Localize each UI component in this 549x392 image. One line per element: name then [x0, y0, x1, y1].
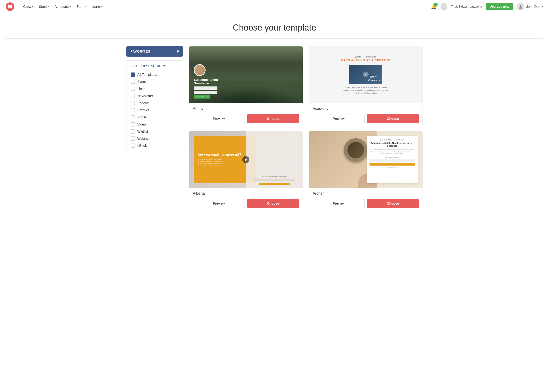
filter-event[interactable]: Event — [131, 78, 179, 85]
template-card-archer: FEED ME, LOVELY Subscribe to Get the New… — [309, 131, 423, 210]
archer-info: Archer Preview Choose — [309, 188, 423, 210]
archer-choose-button[interactable]: Choose — [367, 199, 419, 208]
nav-item-earn[interactable]: Earn ▾ — [74, 3, 88, 10]
template-card-abbey: Subscribe to ourNewsletter GET THE APP A… — [189, 46, 303, 125]
filter-product[interactable]: Product — [131, 107, 179, 114]
abbey-submit-btn: GET THE APP — [194, 95, 210, 98]
user-menu[interactable]: John Des ▾ — [517, 3, 543, 10]
learn-chevron-icon: ▾ — [101, 5, 102, 8]
academy-name: Academy — [313, 107, 419, 111]
nav-item-grow[interactable]: Grow ▾ — [21, 3, 35, 10]
template-grid: Subscribe to ourNewsletter GET THE APP A… — [189, 46, 423, 210]
alberta-sub: You're in the right place. I share behin… — [198, 158, 224, 167]
abbey-info: Abbey Preview Choose — [189, 103, 303, 125]
svg-point-1 — [520, 5, 521, 7]
nav-item-send[interactable]: Send ▾ — [36, 3, 51, 10]
send-chevron-icon: ▾ — [48, 5, 49, 8]
academy-description: Craft + Commerce is the premiere event f… — [342, 86, 389, 94]
filter-podcast[interactable]: Podcast — [131, 99, 179, 107]
alberta-preview: ▶ Are you ready for more art? You're in … — [189, 131, 303, 188]
navbar-right: 🔔 1 Trial: 3 days remaining Upgrade now … — [431, 3, 543, 10]
filter-ebook[interactable]: eBook — [131, 142, 179, 149]
abbey-preview: Subscribe to ourNewsletter GET THE APP — [189, 46, 303, 103]
alberta-form-btn — [259, 183, 290, 185]
filter-section: FILTER BY CATEGORY ✓ All Templates Event… — [126, 60, 183, 153]
checkbox-profile[interactable] — [131, 115, 135, 119]
page-header: Choose your template — [0, 13, 549, 38]
abbey-content-overlay: Subscribe to ourNewsletter GET THE APP — [194, 64, 298, 98]
filter-title: FILTER BY CATEGORY — [131, 64, 179, 68]
automate-chevron-icon: ▾ — [70, 5, 71, 8]
template-card-alberta: ▶ Are you ready for more art? You're in … — [189, 131, 303, 210]
abbey-choose-button[interactable]: Choose — [247, 114, 299, 123]
filter-label-video: Video — [137, 122, 146, 126]
filter-profile[interactable]: Profile — [131, 114, 179, 121]
filter-waitlist[interactable]: Waitlist — [131, 128, 179, 135]
alberta-headline: Are you ready for more art? — [198, 152, 241, 157]
filter-webinar[interactable]: Webinar — [131, 135, 179, 142]
archer-preview-button[interactable]: Preview — [313, 199, 365, 208]
filter-newsletter[interactable]: Newsletter — [131, 92, 179, 99]
filter-label-links: Links — [137, 87, 145, 91]
filter-all-templates[interactable]: ✓ All Templates — [131, 71, 179, 78]
abbey-avatar — [194, 64, 206, 76]
abbey-name: Abbey — [193, 107, 299, 111]
filter-label-all: All Templates — [137, 73, 157, 77]
notification-badge: 1 — [434, 3, 438, 7]
checkbox-all-templates[interactable]: ✓ — [131, 72, 135, 77]
page-title: Choose your template — [0, 23, 549, 33]
academy-info: Academy Preview Choose — [309, 103, 423, 125]
alberta-actions: Preview Choose — [193, 199, 299, 208]
abbey-preview-button[interactable]: Preview — [193, 114, 245, 123]
nav-item-automate[interactable]: Automate ▾ — [52, 3, 73, 10]
archer-desc: This year's cookbook features recipes fr… — [369, 149, 415, 155]
user-name: John Des — [526, 5, 540, 8]
nav-links: Grow ▾ Send ▾ Automate ▾ Earn ▾ Learn ▾ — [21, 3, 424, 10]
grow-chevron-icon: ▾ — [32, 5, 33, 8]
archer-brand: FEED ME, LOVELY — [380, 139, 404, 141]
user-chevron-icon: ▾ — [542, 5, 543, 8]
upgrade-button[interactable]: Upgrade now — [486, 3, 513, 10]
academy-preview-button[interactable]: Preview — [313, 114, 365, 123]
academy-actions: Preview Choose — [313, 114, 419, 123]
filter-label-event: Event — [137, 80, 146, 84]
academy-choose-button[interactable]: Choose — [367, 114, 419, 123]
favorites-box[interactable]: FAVORITES 0 — [126, 46, 183, 57]
archer-name: Archer — [313, 191, 419, 196]
checkbox-webinar[interactable] — [131, 136, 135, 141]
checkbox-podcast[interactable] — [131, 101, 135, 105]
alberta-name: Alberta — [193, 191, 299, 196]
notification-bell[interactable]: 🔔 1 — [431, 4, 437, 9]
archer-preview: FEED ME, LOVELY Subscribe to Get the New… — [309, 131, 423, 188]
checkbox-waitlist[interactable] — [131, 129, 135, 133]
filter-links[interactable]: Links — [131, 85, 179, 92]
checkbox-links[interactable] — [131, 87, 135, 91]
archer-actions: Preview Choose — [313, 199, 419, 208]
filter-video[interactable]: Video — [131, 121, 179, 128]
alberta-preview-button[interactable]: Preview — [193, 199, 245, 208]
abbey-title: Subscribe to ourNewsletter — [194, 78, 298, 85]
template-card-academy: Craft + Commerce EARN A LIVING AS A CREA… — [309, 46, 423, 125]
archer-subscribe-btn — [369, 163, 415, 166]
alberta-choose-button[interactable]: Choose — [247, 199, 299, 208]
checkbox-product[interactable] — [131, 108, 135, 112]
status-circle-icon[interactable] — [440, 3, 447, 10]
avatar — [517, 3, 524, 10]
sidebar: FAVORITES 0 FILTER BY CATEGORY ✓ All Tem… — [126, 46, 183, 210]
checkbox-newsletter[interactable] — [131, 94, 135, 98]
alberta-info: Alberta Preview Choose — [189, 188, 303, 210]
filter-label-webinar: Webinar — [137, 137, 150, 140]
checkbox-video[interactable] — [131, 122, 135, 126]
logo[interactable] — [6, 2, 14, 11]
abbey-actions: Preview Choose — [193, 114, 299, 123]
filter-label-newsletter: Newsletter — [137, 94, 153, 98]
academy-brand: Craft + Commerce — [355, 56, 376, 58]
nav-item-learn[interactable]: Learn ▾ — [89, 3, 104, 10]
checkbox-event[interactable] — [131, 80, 135, 84]
checkbox-ebook[interactable] — [131, 144, 135, 148]
alberta-form-line — [254, 179, 295, 181]
favorites-label: FAVORITES — [131, 49, 150, 53]
filter-label-product: Product — [137, 108, 149, 112]
academy-preview: Craft + Commerce EARN A LIVING AS A CREA… — [309, 46, 423, 103]
abbey-input-name — [194, 86, 217, 90]
